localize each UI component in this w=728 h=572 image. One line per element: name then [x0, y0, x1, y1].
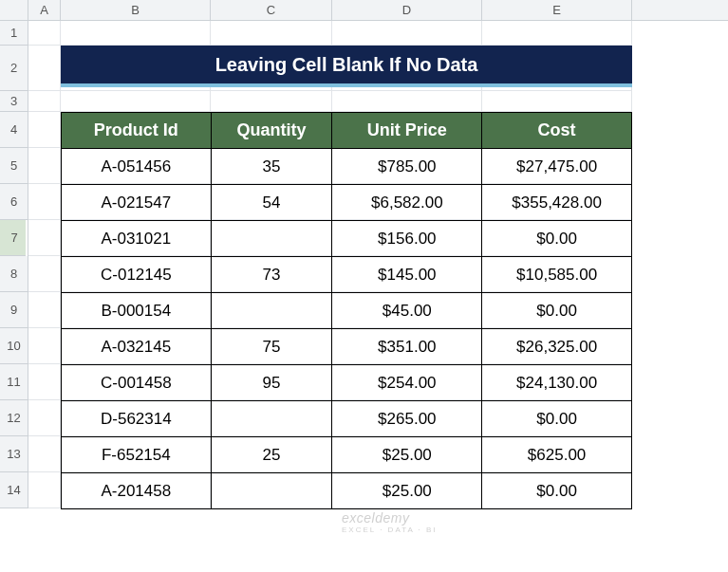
data-table: Product Id Quantity Unit Price Cost A-05…: [61, 112, 632, 509]
cell-product-id[interactable]: C-001458: [62, 365, 212, 401]
table-row: A-201458$25.00$0.00: [62, 473, 632, 509]
cell-quantity[interactable]: [211, 293, 332, 329]
table-row: D-562314$265.00$0.00: [62, 401, 632, 437]
cell-unit-price[interactable]: $145.00: [332, 257, 482, 293]
col-header-D[interactable]: D: [332, 0, 482, 20]
cell-cost[interactable]: $355,428.00: [482, 185, 632, 221]
table-row: A-031021$156.00$0.00: [62, 221, 632, 257]
row-header-7[interactable]: 7: [0, 220, 26, 256]
table-row: B-000154$45.00$0.00: [62, 293, 632, 329]
cell-cost[interactable]: $27,475.00: [482, 149, 632, 185]
cell-unit-price[interactable]: $156.00: [332, 221, 482, 257]
select-all-corner[interactable]: [0, 0, 28, 20]
cell-product-id[interactable]: C-012145: [62, 257, 212, 293]
cell-product-id[interactable]: B-000154: [62, 293, 212, 329]
cell-unit-price[interactable]: $6,582.00: [332, 185, 482, 221]
row-header-11[interactable]: 11: [0, 364, 28, 400]
row-header-1[interactable]: 1: [0, 21, 28, 46]
table-row: C-00145895$254.00$24,130.00: [62, 365, 632, 401]
cell-quantity[interactable]: 95: [211, 365, 332, 401]
row-header-13[interactable]: 13: [0, 436, 28, 472]
row-header-9[interactable]: 9: [0, 292, 28, 328]
cell-cost[interactable]: $10,585.00: [482, 257, 632, 293]
cell-unit-price[interactable]: $45.00: [332, 293, 482, 329]
row-header-8[interactable]: 8: [0, 256, 28, 292]
cell-quantity[interactable]: [211, 221, 332, 257]
watermark-text: exceldemy: [342, 510, 409, 526]
row-header-10[interactable]: 10: [0, 328, 28, 364]
row-header-2[interactable]: 2: [0, 46, 28, 91]
watermark: exceldemy EXCEL · DATA · BI: [342, 510, 438, 534]
cell-quantity[interactable]: 54: [211, 185, 332, 221]
cell-cost[interactable]: $0.00: [482, 221, 632, 257]
cell-quantity[interactable]: 73: [211, 257, 332, 293]
cell-unit-price[interactable]: $25.00: [332, 437, 482, 473]
row-header-4[interactable]: 4: [0, 112, 28, 148]
table-row: C-01214573$145.00$10,585.00: [62, 257, 632, 293]
cell-cost[interactable]: $0.00: [482, 401, 632, 437]
watermark-subtext: EXCEL · DATA · BI: [342, 526, 438, 534]
cell-product-id[interactable]: D-562314: [62, 401, 212, 437]
cell-unit-price[interactable]: $351.00: [332, 329, 482, 365]
cell-cost[interactable]: $625.00: [482, 437, 632, 473]
row-header-3[interactable]: 3: [0, 91, 28, 112]
cell-cost[interactable]: $26,325.00: [482, 329, 632, 365]
sheet-title[interactable]: Leaving Cell Blank If No Data: [61, 46, 632, 87]
cell-product-id[interactable]: A-201458: [62, 473, 212, 509]
cell-cost[interactable]: $0.00: [482, 473, 632, 509]
table-row: F-65215425$25.00$625.00: [62, 437, 632, 473]
cell-unit-price[interactable]: $265.00: [332, 401, 482, 437]
col-header-E[interactable]: E: [482, 0, 632, 20]
table-body: A-05145635$785.00$27,475.00A-02154754$6,…: [62, 149, 632, 509]
row-header-6[interactable]: 6: [0, 184, 28, 220]
header-unit-price[interactable]: Unit Price: [332, 113, 482, 149]
cell-grid[interactable]: Leaving Cell Blank If No Data Product Id…: [28, 21, 728, 508]
row-headers: 1 2 3 4 5 6 7 8 9 10 11 12 13 14: [0, 21, 28, 508]
cell-product-id[interactable]: A-032145: [62, 329, 212, 365]
table-row: A-02154754$6,582.00$355,428.00: [62, 185, 632, 221]
col-header-B[interactable]: B: [61, 0, 211, 20]
cell-unit-price[interactable]: $785.00: [332, 149, 482, 185]
row-header-5[interactable]: 5: [0, 148, 28, 184]
cell-quantity[interactable]: 35: [211, 149, 332, 185]
cell-unit-price[interactable]: $25.00: [332, 473, 482, 509]
cell-unit-price[interactable]: $254.00: [332, 365, 482, 401]
cell-cost[interactable]: $24,130.00: [482, 365, 632, 401]
cell-quantity[interactable]: 75: [211, 329, 332, 365]
row-header-14[interactable]: 14: [0, 472, 28, 508]
cell-cost[interactable]: $0.00: [482, 293, 632, 329]
row-header-12[interactable]: 12: [0, 400, 28, 436]
header-cost[interactable]: Cost: [482, 113, 632, 149]
table-row: A-03214575$351.00$26,325.00: [62, 329, 632, 365]
cell-product-id[interactable]: F-652154: [62, 437, 212, 473]
cell-quantity[interactable]: 25: [211, 437, 332, 473]
spreadsheet: A B C D E 1 2 3 4 5 6 7 8 9 10 11 12 13 …: [0, 0, 728, 508]
cell-product-id[interactable]: A-031021: [62, 221, 212, 257]
header-quantity[interactable]: Quantity: [211, 113, 332, 149]
cell-product-id[interactable]: A-021547: [62, 185, 212, 221]
header-product-id[interactable]: Product Id: [62, 113, 212, 149]
column-headers: A B C D E: [0, 0, 728, 21]
col-header-A[interactable]: A: [28, 0, 61, 20]
table-row: A-05145635$785.00$27,475.00: [62, 149, 632, 185]
cell-quantity[interactable]: [211, 473, 332, 509]
cell-quantity[interactable]: [211, 401, 332, 437]
header-row: Product Id Quantity Unit Price Cost: [62, 113, 632, 149]
col-header-C[interactable]: C: [211, 0, 332, 20]
cell-product-id[interactable]: A-051456: [62, 149, 212, 185]
